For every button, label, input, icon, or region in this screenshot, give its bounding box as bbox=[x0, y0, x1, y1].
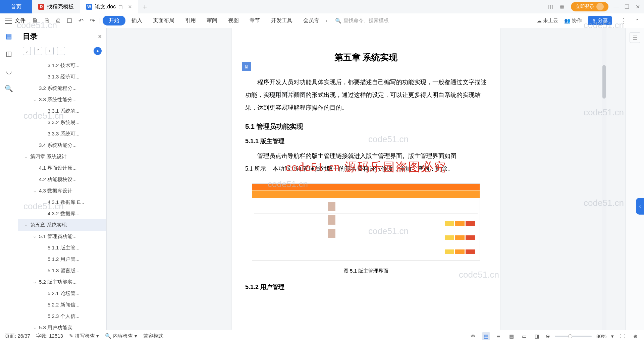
undo-icon[interactable]: ↶ bbox=[76, 16, 86, 26]
close-tab-icon[interactable]: × bbox=[128, 3, 132, 10]
outline-item[interactable]: 5.1.2 用户管... bbox=[18, 253, 106, 265]
outline-item[interactable]: 4.3.1 数据库 E... bbox=[18, 196, 106, 208]
expand-all-icon[interactable]: ⌃ bbox=[34, 47, 42, 55]
login-button[interactable]: 立即登录 bbox=[571, 2, 608, 11]
outline-item-label: 3.4 系统功能分... bbox=[39, 142, 77, 149]
cloud-status[interactable]: ☁ 未上云 bbox=[537, 17, 558, 24]
file-menu[interactable]: 文件 bbox=[15, 17, 25, 24]
preview-icon[interactable]: ☐ bbox=[64, 16, 74, 26]
outline-item[interactable]: 3.2 系统流程分... bbox=[18, 82, 106, 94]
status-spellcheck[interactable]: ✎ 拼写检查 ▾ bbox=[69, 333, 99, 339]
heading-5-1-1: 5.1.1 版主管理 bbox=[245, 137, 487, 145]
menu-member[interactable]: 会员专 bbox=[299, 16, 324, 25]
collapse-all-icon[interactable]: ⌄ bbox=[23, 47, 31, 55]
zoom-thumb[interactable] bbox=[568, 334, 572, 338]
menu-reference[interactable]: 引用 bbox=[180, 16, 201, 25]
menu-review[interactable]: 审阅 bbox=[202, 16, 222, 25]
zoom-out-icon[interactable]: ⊖ bbox=[546, 333, 550, 339]
menu-start[interactable]: 开始 bbox=[103, 16, 125, 25]
outline-item[interactable]: ⌵第四章 系统设计 bbox=[18, 151, 106, 162]
outline-item[interactable]: 5.1.1 版主管... bbox=[18, 242, 106, 253]
outline-item[interactable]: 5.2.1 论坛管... bbox=[18, 288, 106, 299]
outline-item[interactable]: 3.3.3 系统可... bbox=[18, 128, 106, 139]
more-menu-icon[interactable]: ⋮ bbox=[618, 17, 629, 24]
close-outline-icon[interactable]: × bbox=[98, 33, 102, 40]
outline-item[interactable]: 5.1.3 留言版... bbox=[18, 265, 106, 276]
status-words[interactable]: 字数: 12513 bbox=[36, 333, 63, 339]
scrollbar-vertical[interactable] bbox=[602, 28, 606, 330]
outline-item-label: 3.3.2 系统易... bbox=[48, 119, 79, 126]
toc-remove-icon[interactable]: − bbox=[57, 47, 65, 55]
tab-document[interactable]: W 论文.doc ▢ × bbox=[80, 0, 138, 13]
menu-view[interactable]: 视图 bbox=[223, 16, 244, 25]
outline-item-label: 5.2 版主功能实... bbox=[39, 279, 77, 285]
add-tab-button[interactable]: ＋ bbox=[138, 2, 152, 11]
tab-home[interactable]: 首页 bbox=[0, 0, 32, 13]
print-icon[interactable]: ⎙ bbox=[53, 16, 63, 26]
status-page[interactable]: 页面: 26/37 bbox=[5, 333, 30, 339]
redo-icon[interactable]: ↷ bbox=[87, 16, 97, 26]
scroll-thumb[interactable] bbox=[602, 65, 606, 99]
hamburger-icon[interactable] bbox=[5, 18, 12, 24]
close-window-icon[interactable]: ✕ bbox=[635, 4, 641, 10]
search-command[interactable]: 🔍 查找命令、搜索模板 bbox=[335, 17, 389, 24]
collapse-ribbon-icon[interactable]: ⌃ bbox=[635, 18, 639, 23]
search-rail-icon[interactable]: 🔍 bbox=[5, 84, 13, 93]
read-view-icon[interactable]: ▭ bbox=[520, 332, 528, 340]
outline-item[interactable]: ⌵4.3 数据库设计 bbox=[18, 185, 106, 196]
outline-item[interactable]: 3.1.3 经济可... bbox=[18, 71, 106, 82]
chevron-down-icon: ⌵ bbox=[34, 188, 39, 193]
outline-item[interactable]: 4.1 界面设计原... bbox=[18, 162, 106, 174]
fullscreen-icon[interactable]: ⛶ bbox=[619, 332, 627, 340]
tab-template[interactable]: D 找稻壳模板 bbox=[32, 0, 80, 13]
chevron-right-icon[interactable]: › bbox=[325, 18, 327, 24]
outline-item[interactable]: ⌵5.1 管理员功能... bbox=[18, 231, 106, 242]
outline-item[interactable]: 5.2.3 个人信... bbox=[18, 310, 106, 322]
outline-view-icon[interactable]: ≣ bbox=[495, 332, 503, 340]
outline-item-label: 5.1.1 版主管... bbox=[48, 245, 79, 251]
outline-item[interactable]: 4.2 功能模块设... bbox=[18, 174, 106, 185]
web-view-icon[interactable]: ▦ bbox=[507, 332, 516, 340]
outline-item[interactable]: 4.3.2 数据库... bbox=[18, 208, 106, 219]
outline-item[interactable]: 3.1.2 技术可... bbox=[18, 60, 106, 71]
outline-item[interactable]: 3.3.1 系统的... bbox=[18, 105, 106, 117]
side-tab[interactable]: ‹ bbox=[636, 198, 644, 215]
menu-chapter[interactable]: 章节 bbox=[245, 16, 265, 25]
zoom-value[interactable]: 80% bbox=[596, 333, 606, 339]
watermark-overlay: code51.cn 源码乐园盗图必究 bbox=[285, 159, 446, 175]
outline-item[interactable]: 5.2.2 新闻信... bbox=[18, 299, 106, 310]
ai-icon[interactable]: ● bbox=[94, 47, 102, 55]
toolbox-icon[interactable]: ☰ bbox=[630, 32, 640, 43]
menu-insert[interactable]: 插入 bbox=[127, 16, 147, 25]
outline-item[interactable]: ⌵5.3 用户功能实 bbox=[18, 322, 106, 330]
maximize-doc-icon[interactable]: ▢ bbox=[118, 4, 123, 9]
outline-item[interactable]: ⌵第五章 系统实现 bbox=[18, 219, 106, 231]
outline-item[interactable]: 3.4 系统功能分... bbox=[18, 139, 106, 151]
minimize-icon[interactable]: — bbox=[613, 4, 619, 10]
toc-add-icon[interactable]: + bbox=[46, 47, 54, 55]
zoom-slider[interactable] bbox=[555, 336, 592, 337]
export-icon[interactable]: ⎘ bbox=[42, 16, 52, 26]
status-contentcheck[interactable]: 🔍 内容检查 ▾ bbox=[105, 333, 137, 339]
save-icon[interactable]: 🗎 bbox=[30, 16, 40, 26]
outline-item[interactable]: ⌵5.2 版主功能实... bbox=[18, 276, 106, 288]
share-button[interactable]: ⇪ 分享 bbox=[588, 16, 612, 25]
apps-grid-icon[interactable]: ▦ bbox=[559, 3, 566, 10]
structure-rail-icon[interactable]: ◫ bbox=[5, 50, 13, 58]
focus-view-icon[interactable]: ◨ bbox=[533, 332, 541, 340]
collab-button[interactable]: 👥 协作 bbox=[564, 17, 582, 24]
menu-devtools[interactable]: 开发工具 bbox=[266, 16, 297, 25]
outline-rail-icon[interactable]: ▤ bbox=[5, 32, 13, 40]
page-view-icon[interactable]: ▤ bbox=[482, 332, 490, 340]
search-icon: 🔍 bbox=[335, 18, 341, 24]
fit-icon[interactable]: ⊕ bbox=[631, 332, 639, 340]
menu-layout[interactable]: 页面布局 bbox=[148, 16, 179, 25]
split-view-icon[interactable]: ◫ bbox=[548, 3, 555, 10]
status-compat[interactable]: 兼容模式 bbox=[143, 333, 163, 339]
outline-item[interactable]: 3.3.2 系统易... bbox=[18, 117, 106, 128]
outline-item[interactable]: ⌵3.3 系统性能分... bbox=[18, 94, 106, 105]
eye-mode-icon[interactable]: 👁 bbox=[469, 332, 477, 340]
restore-icon[interactable]: ❐ bbox=[624, 4, 630, 10]
page-action-icon[interactable]: 🗏 bbox=[242, 62, 251, 71]
bookmark-rail-icon[interactable]: ◡ bbox=[5, 67, 13, 75]
